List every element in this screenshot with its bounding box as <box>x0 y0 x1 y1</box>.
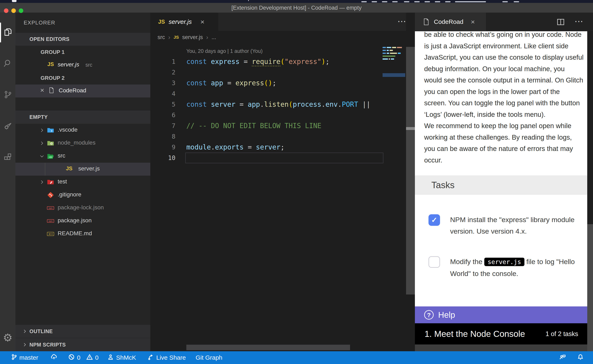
statusbar-bell-icon[interactable] <box>577 351 584 364</box>
tree-item-src[interactable]: </>src <box>15 150 150 163</box>
webview-scrollbar[interactable] <box>587 31 593 351</box>
statusbar-live-share[interactable]: Live Share <box>147 351 186 364</box>
activity-run-debug-button[interactable] <box>0 116 15 136</box>
statusbar-0[interactable]: 0 <box>86 351 99 364</box>
menu-item-run[interactable]: Run <box>158 0 168 1</box>
statusbar-shmck[interactable]: ShMcK <box>107 351 136 364</box>
help-banner[interactable]: ? Help <box>415 306 587 323</box>
tab-coderoad[interactable]: CodeRoad × <box>415 13 486 31</box>
explorer-sidebar: EXPLORER OPEN EDITORS GROUP 1JSserver.js… <box>15 13 150 351</box>
section-npm-scripts[interactable]: NPM SCRIPTS <box>15 338 150 351</box>
window-title-bar[interactable]: [Extension Development Host] - CodeRoad … <box>0 3 593 13</box>
bell-icon <box>577 353 584 362</box>
menu-items: CodeFileEditSelectionViewGoRunTerminalWi… <box>24 0 251 1</box>
codelens-annotation[interactable]: You, 20 days ago | 1 author (You) <box>186 48 263 54</box>
statusbar-0[interactable]: 0 <box>68 351 80 364</box>
section-outline[interactable]: OUTLINE <box>15 325 150 338</box>
tree-item-package-json[interactable]: npmpackage.json <box>15 214 150 228</box>
breadcrumb-symbol[interactable]: ... <box>212 34 216 40</box>
close-icon[interactable]: × <box>40 86 44 94</box>
panel-bottom-strip <box>415 344 587 351</box>
activity-search-button[interactable] <box>0 54 15 74</box>
tasks-header: Tasks <box>415 176 587 195</box>
chevron-right-icon <box>39 179 45 185</box>
tree-item-package-lock-json[interactable]: npmpackage-lock.json <box>15 202 150 214</box>
tree-item--gitignore[interactable]: .gitignore <box>15 188 150 202</box>
tree-item--vscode[interactable]: .vscode <box>15 124 150 137</box>
npm-icon: npm <box>47 217 54 225</box>
statusbar-git-graph[interactable]: Git Graph <box>196 351 222 364</box>
code-editor-text[interactable]: const express = require("express"); cons… <box>186 56 383 163</box>
code-line-4 <box>186 88 383 99</box>
task-checkbox-2[interactable] <box>428 256 440 268</box>
close-icon[interactable]: × <box>200 18 205 26</box>
menu-item-go[interactable]: Go <box>141 0 148 1</box>
menu-item-edit[interactable]: Edit <box>66 0 76 1</box>
gear-icon[interactable]: ⚙ <box>0 328 15 348</box>
code-line-1: const express = require("express"); <box>186 56 383 67</box>
tree-item-label: package.json <box>58 217 92 224</box>
chevron-down-icon <box>39 153 45 159</box>
editor-gutter[interactable]: 12345678910 <box>156 56 175 163</box>
src-folder-icon: </> <box>47 152 54 160</box>
status-bar: master00ShMcKLive ShareGit Graph <box>0 351 593 364</box>
tree-item-node_modules[interactable]: JSnode_modules <box>15 137 150 150</box>
scrollbar-thumb[interactable] <box>587 224 593 351</box>
tree-item-readme-md[interactable]: MREADME.md <box>15 228 150 240</box>
menu-item-terminal[interactable]: Terminal <box>178 0 200 1</box>
tab-server-js[interactable]: JS server.js × <box>150 13 218 31</box>
svg-text:JS: JS <box>50 143 52 145</box>
activity-extensions-button[interactable] <box>0 148 15 167</box>
horizontal-scrollbar[interactable] <box>186 345 350 350</box>
code-line-2 <box>186 67 383 78</box>
open-editor-coderoad[interactable]: ×CodeRoad <box>15 84 150 98</box>
editor-actions-more-icon[interactable]: ⋯ <box>397 13 407 31</box>
lesson-footer[interactable]: 1. Meet the Node Console 1 of 2 tasks <box>415 323 587 344</box>
breadcrumb-src[interactable]: src <box>158 34 165 40</box>
menu-item-help[interactable]: Help <box>239 0 251 1</box>
coderoad-more-icon[interactable]: ⋯ <box>574 13 584 31</box>
code-line-5: const server = app.listen(process.env.PO… <box>186 99 383 110</box>
svg-text:</>: </> <box>49 156 52 158</box>
folder-section-header[interactable]: EMPTY <box>15 110 150 124</box>
statusbar-cloud-upload-icon[interactable] <box>50 351 57 364</box>
menu-item-selection[interactable]: Selection <box>86 0 109 1</box>
vscode-window: CodeFileEditSelectionViewGoRunTerminalWi… <box>0 0 593 364</box>
tree-item-server-js[interactable]: JSserver.js <box>15 163 150 176</box>
minimap[interactable] <box>383 46 405 83</box>
tree-item-test[interactable]: test <box>15 176 150 188</box>
menu-item-code[interactable]: Code <box>24 0 38 1</box>
open-editors-header[interactable]: OPEN EDITORS <box>15 32 150 46</box>
breadcrumb-file[interactable]: server.js <box>182 34 203 40</box>
coderoad-webview: be able to check what’s going on in your… <box>415 31 587 306</box>
statusbar-master[interactable]: master <box>10 351 38 364</box>
coderoad-tab-bar: CodeRoad × ⋯ <box>415 13 593 31</box>
menu-item-file[interactable]: File <box>47 0 57 1</box>
tree-item-label: node_modules <box>58 139 95 146</box>
liveshare-icon <box>147 353 154 362</box>
npm-icon: npm <box>47 204 54 212</box>
tree-item-label: src <box>58 152 65 159</box>
js-file-icon: JS <box>173 35 179 40</box>
split-editor-icon[interactable] <box>556 17 565 27</box>
activity-source-control-button[interactable] <box>0 85 15 105</box>
tree-item-label: package-lock.json <box>58 204 104 211</box>
close-icon[interactable]: × <box>471 18 475 26</box>
menu-item-view[interactable]: View <box>119 0 131 1</box>
feedback-icon <box>559 353 566 362</box>
task-progress-badge: 1 of 2 tasks <box>546 323 578 344</box>
activity-explorer-button[interactable] <box>0 23 15 42</box>
person-icon <box>107 353 114 362</box>
explorer-title: EXPLORER <box>24 13 55 32</box>
apple-logo-icon[interactable] <box>12 0 16 2</box>
statusbar-feedback-icon[interactable] <box>559 351 566 364</box>
editor-detail: src <box>86 62 92 68</box>
git-icon <box>47 191 54 199</box>
vscode-folder-icon <box>47 126 54 134</box>
editor-scrollbar[interactable] <box>406 13 415 351</box>
menu-item-window[interactable]: Window <box>209 0 230 1</box>
open-editor-server-js[interactable]: JSserver.jssrc <box>15 58 150 72</box>
tree-item-label: .gitignore <box>58 191 81 198</box>
source-control-icon <box>3 90 13 100</box>
task-checkbox-1[interactable]: ✓ <box>428 214 440 226</box>
